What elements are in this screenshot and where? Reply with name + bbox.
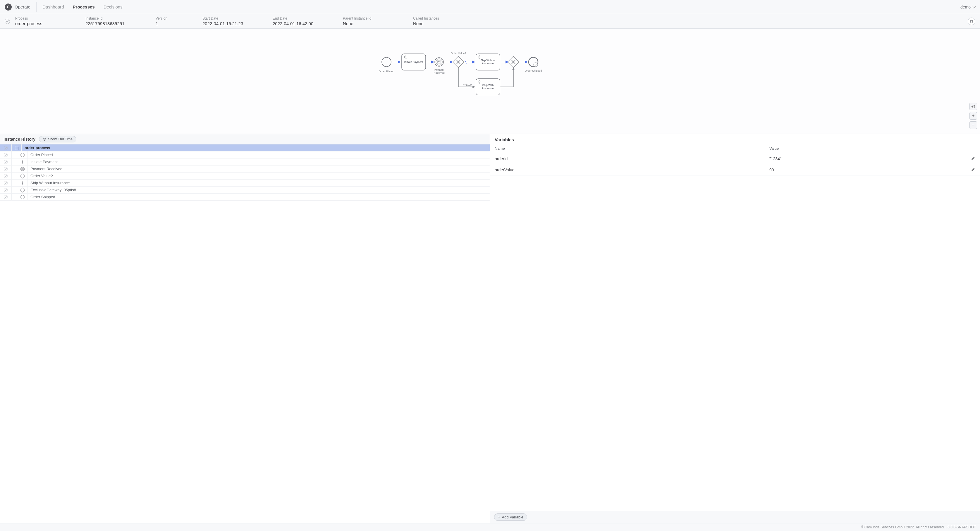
gear-icon	[21, 160, 25, 164]
gear-icon	[21, 181, 25, 185]
variables-footer: + Add Variable	[490, 511, 980, 523]
history-row-label: Ship Without Insurance	[27, 181, 70, 185]
variable-name: orderValue	[490, 164, 765, 175]
start-event-icon	[21, 195, 25, 199]
delete-button[interactable]	[968, 17, 975, 25]
history-row-label: Order Shipped	[27, 195, 55, 199]
history-row-label: ExclusiveGateway_05ptfs8	[27, 188, 76, 192]
svg-text:Ship WithoutInsurance: Ship WithoutInsurance	[480, 59, 496, 65]
document-icon	[15, 146, 18, 150]
add-variable-label: Add Variable	[502, 515, 523, 519]
meta-start-date: Start Date 2022-04-01 16:21:23	[202, 16, 255, 26]
chevron-down-icon	[972, 4, 976, 8]
zoom-controls: + −	[969, 103, 977, 129]
meta-value: 2251799813685251	[86, 21, 138, 26]
clock-icon	[43, 137, 46, 141]
meta-label: Called Instances	[413, 16, 466, 21]
meta-called: Called Instances None	[413, 16, 466, 26]
history-row[interactable]: Order Placed	[0, 151, 490, 159]
footer-text: © Camunda Services GmbH 2022. All rights…	[861, 525, 976, 529]
history-row-label: Order Placed	[27, 153, 53, 157]
history-row[interactable]: order-process	[0, 145, 490, 151]
history-title: Instance History	[3, 137, 35, 141]
instance-history-panel: Instance History Show End Time order-pro…	[0, 134, 490, 523]
complete-check-icon	[4, 181, 8, 185]
add-variable-button[interactable]: + Add Variable	[494, 514, 527, 521]
complete-check-icon	[4, 160, 8, 164]
diagram-area[interactable]: Order Placed Initiate Payment PaymentRec…	[0, 29, 980, 134]
history-row[interactable]: Ship Without Insurance	[0, 180, 490, 186]
gateway-icon	[20, 188, 25, 192]
history-list: order-processOrder PlacedInitiate Paymen…	[0, 145, 490, 523]
edit-variable-button[interactable]	[967, 153, 980, 164]
complete-check-icon	[4, 167, 8, 171]
svg-text:>=$100: >=$100	[463, 83, 472, 86]
zoom-out-button[interactable]: −	[969, 121, 977, 129]
svg-text:Order Value?: Order Value?	[451, 52, 466, 55]
trash-icon	[969, 19, 974, 23]
history-row[interactable]: ExclusiveGateway_05ptfs8	[0, 186, 490, 194]
plus-icon: +	[498, 515, 500, 519]
pencil-icon	[971, 167, 975, 171]
zoom-in-button[interactable]: +	[969, 112, 977, 119]
variable-row: orderId"1234"	[490, 153, 980, 164]
brand-logo: C	[5, 3, 12, 11]
svg-text:Ship WithInsurance: Ship WithInsurance	[482, 84, 494, 90]
svg-text:Order Shipped: Order Shipped	[525, 69, 542, 72]
svg-point-0	[382, 57, 391, 67]
svg-point-30	[973, 106, 974, 107]
show-end-time-toggle[interactable]: Show End Time	[39, 136, 76, 142]
complete-check-icon	[4, 153, 8, 157]
history-row-label: order-process	[22, 146, 50, 150]
variables-table: Name Value orderId"1234"orderValue99	[490, 144, 980, 175]
history-row[interactable]: Order Shipped	[0, 194, 490, 200]
meta-label: Parent Instance Id	[343, 16, 396, 21]
meta-label: End Date	[273, 16, 325, 21]
meta-end-date: End Date 2022-04-01 16:42:00	[273, 16, 325, 26]
target-icon	[971, 104, 975, 108]
meta-version: Version 1	[156, 16, 185, 26]
complete-check-icon	[4, 174, 8, 178]
nav-tabs: Dashboard Processes Decisions	[42, 5, 122, 10]
meta-value: 2022-04-01 16:42:00	[273, 21, 325, 26]
meta-value: order-process	[15, 21, 68, 26]
variables-col-value: Value	[765, 144, 967, 153]
svg-text:Order Placed: Order Placed	[379, 70, 394, 73]
bottom-section: Instance History Show End Time order-pro…	[0, 134, 980, 523]
bpmn-diagram: Order Placed Initiate Payment PaymentRec…	[378, 46, 565, 110]
meta-value: None	[413, 21, 466, 26]
history-row-label: Order Value?	[27, 174, 52, 178]
variable-value: 99	[765, 164, 967, 175]
complete-check-icon	[4, 195, 8, 199]
variables-title: Variables	[490, 134, 980, 144]
svg-point-31	[972, 105, 975, 108]
variables-panel: Variables Name Value orderId"1234"orderV…	[490, 134, 980, 523]
reset-view-button[interactable]	[969, 103, 977, 110]
history-row[interactable]: Initiate Payment	[0, 159, 490, 165]
tab-dashboard[interactable]: Dashboard	[42, 5, 64, 10]
history-row[interactable]: Order Value?	[0, 173, 490, 180]
user-label: demo	[960, 5, 970, 10]
meta-process: Process order-process	[15, 16, 68, 26]
variables-col-name: Name	[490, 144, 765, 153]
meta-parent: Parent Instance Id None	[343, 16, 396, 26]
variable-name: orderId	[490, 153, 765, 164]
meta-label: Process	[15, 16, 68, 21]
edit-variable-button[interactable]	[967, 164, 980, 175]
history-row[interactable]: Payment Received	[0, 165, 490, 173]
brand-name: Operate	[14, 5, 30, 10]
history-row-label: Initiate Payment	[27, 160, 57, 164]
show-end-time-label: Show End Time	[48, 137, 73, 141]
user-menu[interactable]: demo	[960, 5, 975, 10]
svg-point-37	[22, 183, 23, 184]
tab-processes[interactable]: Processes	[73, 5, 95, 10]
gateway-icon	[20, 173, 25, 178]
history-row-label: Payment Received	[27, 167, 62, 171]
tab-decisions[interactable]: Decisions	[103, 5, 123, 10]
meta-instance-id: Instance Id 2251799813685251	[86, 16, 138, 26]
variable-row: orderValue99	[490, 164, 980, 175]
svg-point-33	[22, 161, 23, 162]
variable-value: "1234"	[765, 153, 967, 164]
svg-text:PaymentReceived: PaymentReceived	[434, 68, 445, 74]
complete-check-icon	[4, 146, 8, 150]
